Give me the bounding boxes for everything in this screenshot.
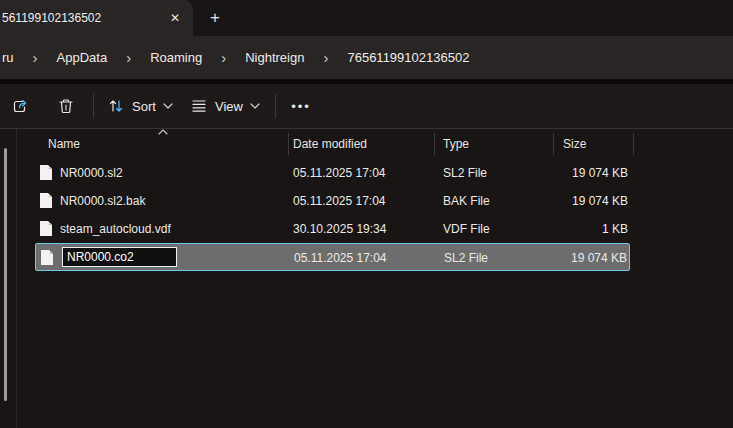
share-icon [11, 97, 30, 116]
file-row-nr0000-sl2-bak[interactable]: NR0000.sl2.bak 05.11.2025 17:04 BAK File… [35, 187, 630, 215]
breadcrumb-item-appdata[interactable]: AppData [51, 46, 114, 69]
file-name: steam_autocloud.vdf [60, 215, 285, 243]
sort-label: Sort [132, 99, 156, 114]
file-date-modified: 05.11.2025 17:04 [293, 159, 433, 187]
new-tab-button[interactable]: + [202, 4, 228, 32]
view-button[interactable]: View [184, 90, 266, 122]
column-header-date-modified[interactable]: Date modified [293, 129, 367, 157]
file-date-modified: 05.11.2025 17:04 [294, 244, 434, 272]
file-name: NR0000.sl2.bak [60, 187, 285, 215]
column-header-name[interactable]: Name [48, 129, 80, 157]
file-icon [40, 165, 52, 180]
file-date-modified: 05.11.2025 17:04 [293, 187, 433, 215]
file-size: 1 KB [533, 215, 628, 243]
delete-button[interactable] [50, 90, 82, 122]
breadcrumb-item-roaming[interactable]: Roaming [144, 46, 208, 69]
file-row-steam-autocloud-vdf[interactable]: steam_autocloud.vdf 30.10.2025 19:34 VDF… [35, 215, 630, 243]
file-size: 19 074 KB [532, 244, 627, 272]
tab-title: 561199102136502 [0, 11, 152, 25]
sort-arrows-icon [107, 97, 125, 115]
chevron-down-icon [250, 103, 260, 109]
tab-close-icon[interactable]: ✕ [170, 12, 180, 24]
sort-button[interactable]: Sort [101, 90, 179, 122]
breadcrumb-item-nightreign[interactable]: Nightreign [239, 46, 310, 69]
rename-input[interactable] [62, 247, 177, 267]
chevron-down-icon [163, 103, 173, 109]
more-options-button[interactable]: ••• [284, 90, 318, 122]
share-button[interactable] [4, 90, 36, 122]
breadcrumb-item-ru[interactable]: ru [2, 46, 20, 69]
tab-bar: 561199102136502 ✕ + [0, 0, 733, 36]
file-row-nr0000-co2-selected[interactable]: 05.11.2025 17:04 SL2 File 19 074 KB [35, 243, 630, 271]
column-divider[interactable] [288, 133, 289, 155]
file-explorer-window: { "window": { "tab_title": "561199102136… [0, 0, 733, 428]
command-toolbar: Sort View ••• [0, 84, 733, 128]
column-divider[interactable] [633, 133, 634, 155]
explorer-tab[interactable]: 561199102136502 ✕ [0, 0, 193, 36]
file-icon [40, 193, 52, 208]
toolbar-divider [275, 94, 276, 118]
column-divider[interactable] [434, 133, 435, 155]
file-date-modified: 30.10.2025 19:34 [293, 215, 433, 243]
file-size: 19 074 KB [533, 187, 628, 215]
chevron-right-icon: › [126, 53, 131, 63]
breadcrumb: ru › AppData › Roaming › Nightreign › 76… [0, 36, 733, 79]
trash-icon [57, 97, 75, 116]
column-divider[interactable] [553, 133, 554, 155]
breadcrumb-item-steamid[interactable]: 76561199102136502 [341, 46, 475, 69]
column-header-size[interactable]: Size [563, 129, 586, 157]
view-label: View [215, 99, 243, 114]
nav-pane-edge [0, 129, 17, 428]
column-header-type[interactable]: Type [443, 129, 469, 157]
file-size: 19 074 KB [533, 159, 628, 187]
file-row-nr0000-sl2[interactable]: NR0000.sl2 05.11.2025 17:04 SL2 File 19 … [35, 159, 630, 187]
view-lines-icon [190, 98, 208, 114]
chevron-right-icon: › [221, 53, 226, 63]
file-list: Name Date modified Type Size NR0000.sl2 … [18, 129, 733, 428]
scrollbar-thumb[interactable] [4, 148, 7, 401]
file-name: NR0000.sl2 [60, 159, 285, 187]
chevron-right-icon: › [33, 53, 38, 63]
file-icon [41, 250, 53, 265]
column-headers: Name Date modified Type Size [18, 129, 733, 157]
file-icon [40, 221, 52, 236]
toolbar-divider [93, 94, 94, 118]
chevron-right-icon: › [323, 53, 328, 63]
file-list-pane: Name Date modified Type Size NR0000.sl2 … [0, 128, 733, 428]
